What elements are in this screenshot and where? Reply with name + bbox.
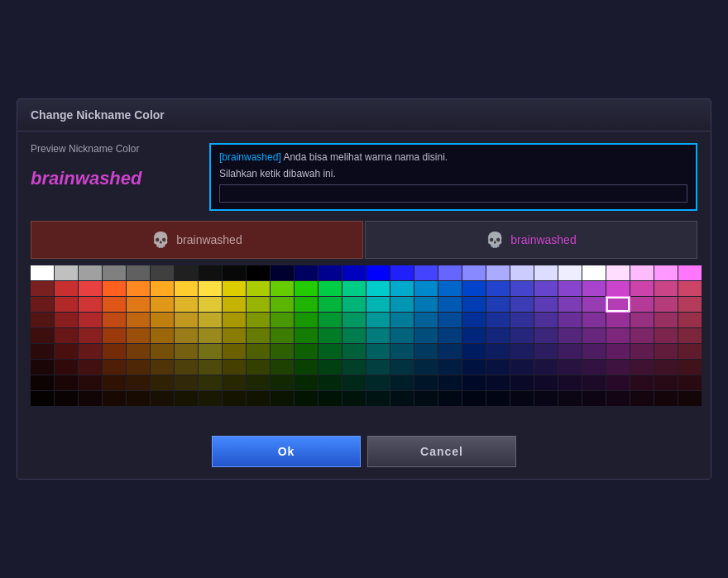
color-cell[interactable] [534,297,558,312]
color-cell[interactable] [486,265,510,280]
color-cell[interactable] [462,313,486,327]
color-cell[interactable] [103,281,126,296]
color-cell[interactable] [438,265,462,280]
color-cell[interactable] [342,391,366,406]
color-cell[interactable] [678,344,702,359]
color-cell[interactable] [247,328,270,343]
color-cell[interactable] [271,328,294,343]
color-cell[interactable] [558,297,582,312]
color-cell[interactable] [151,344,174,359]
color-cell[interactable] [606,265,630,280]
color-cell[interactable] [79,344,102,359]
color-cell[interactable] [510,344,534,359]
color-cell[interactable] [558,265,582,280]
color-cell[interactable] [175,265,198,280]
color-cell[interactable] [247,391,270,406]
color-cell[interactable] [223,265,246,280]
color-cell[interactable] [55,297,78,312]
color-cell[interactable] [223,328,246,343]
color-cell[interactable] [582,297,606,312]
color-cell[interactable] [342,375,366,390]
color-cell[interactable] [414,375,438,390]
color-cell[interactable] [79,391,102,406]
color-cell[interactable] [318,360,342,375]
color-cell[interactable] [678,297,702,312]
color-cell[interactable] [414,328,438,343]
color-cell[interactable] [510,313,534,327]
color-cell[interactable] [318,391,342,406]
color-cell[interactable] [438,360,462,375]
color-cell[interactable] [630,328,654,343]
color-cell[interactable] [103,313,126,327]
color-cell[interactable] [342,265,366,280]
color-cell[interactable] [295,297,318,312]
color-cell[interactable] [127,297,150,312]
color-cell[interactable] [151,360,174,375]
color-cell[interactable] [199,344,222,359]
color-cell[interactable] [295,360,318,375]
color-cell[interactable] [199,328,222,343]
color-cell[interactable] [438,328,462,343]
color-cell[interactable] [199,313,222,327]
color-cell[interactable] [342,281,366,296]
color-cell[interactable] [79,328,102,343]
color-cell[interactable] [414,344,438,359]
color-cell[interactable] [55,265,78,280]
color-cell[interactable] [366,391,390,406]
color-cell[interactable] [175,360,198,375]
color-cell[interactable] [438,297,462,312]
color-cell[interactable] [582,344,606,359]
color-cell[interactable] [630,360,654,375]
color-cell[interactable] [438,313,462,327]
color-cell[interactable] [199,391,222,406]
color-cell[interactable] [414,313,438,327]
color-cell[interactable] [103,328,126,343]
color-cell[interactable] [247,344,270,359]
color-cell[interactable] [79,313,102,327]
color-cell[interactable] [582,391,606,406]
color-cell[interactable] [678,360,702,375]
color-cell[interactable] [175,281,198,296]
color-cell[interactable] [390,281,414,296]
color-cell[interactable] [223,281,246,296]
color-cell[interactable] [151,391,174,406]
color-cell[interactable] [510,360,534,375]
color-cell[interactable] [199,265,222,280]
color-cell[interactable] [342,344,366,359]
color-cell[interactable] [79,360,102,375]
ok-button[interactable]: Ok [212,436,361,467]
color-cell[interactable] [390,297,414,312]
color-cell[interactable] [438,344,462,359]
color-cell[interactable] [654,281,678,296]
color-cell[interactable] [318,313,342,327]
color-cell[interactable] [271,265,294,280]
color-cell[interactable] [223,297,246,312]
color-cell[interactable] [558,328,582,343]
color-cell[interactable] [390,375,414,390]
color-cell[interactable] [486,281,510,296]
color-cell[interactable] [534,265,558,280]
color-cell[interactable] [318,344,342,359]
color-cell[interactable] [558,391,582,406]
color-cell[interactable] [486,360,510,375]
color-cell[interactable] [271,313,294,327]
color-cell[interactable] [654,313,678,327]
color-cell[interactable] [390,344,414,359]
color-cell[interactable] [31,281,54,296]
color-cell[interactable] [271,391,294,406]
color-cell[interactable] [103,344,126,359]
color-cell[interactable] [414,391,438,406]
color-cell[interactable] [151,281,174,296]
color-cell[interactable] [390,391,414,406]
color-cell[interactable] [486,391,510,406]
color-cell[interactable] [606,313,630,327]
color-cell[interactable] [606,344,630,359]
color-cell[interactable] [534,328,558,343]
cancel-button[interactable]: Cancel [367,436,516,467]
color-cell[interactable] [103,375,126,390]
color-cell[interactable] [223,375,246,390]
color-cell[interactable] [295,313,318,327]
color-cell[interactable] [55,344,78,359]
color-cell[interactable] [630,297,654,312]
color-cell[interactable] [247,265,270,280]
